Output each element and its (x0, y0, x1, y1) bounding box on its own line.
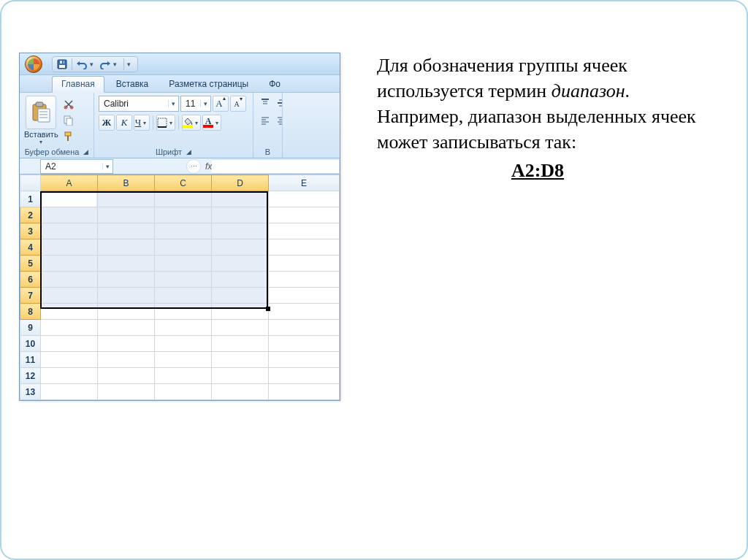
cell[interactable] (155, 352, 212, 368)
cell[interactable] (155, 368, 212, 384)
clipboard-dialog-launcher-icon[interactable]: ◢ (83, 148, 88, 156)
cell[interactable] (98, 384, 155, 400)
fill-color-button[interactable]: ▾ (182, 115, 201, 131)
row-header[interactable]: 11 (20, 352, 41, 368)
cell[interactable] (269, 320, 340, 336)
formula-input[interactable] (212, 159, 340, 174)
cell[interactable] (269, 352, 340, 368)
cell[interactable] (269, 191, 340, 207)
format-painter-icon[interactable] (61, 129, 76, 144)
cell[interactable] (155, 223, 212, 239)
cell[interactable] (41, 272, 98, 288)
tab-insert[interactable]: Вставка (107, 77, 158, 92)
chevron-down-icon[interactable]: ▾ (102, 163, 112, 170)
cell[interactable] (41, 239, 98, 256)
cell[interactable] (155, 336, 212, 352)
chevron-down-icon[interactable]: ▾ (193, 120, 200, 126)
cell[interactable] (98, 336, 155, 352)
increase-font-icon[interactable]: A▴ (213, 96, 229, 112)
cell[interactable] (98, 304, 155, 320)
row-header[interactable]: 7 (20, 288, 41, 304)
chevron-down-icon[interactable]: ▾ (200, 100, 210, 107)
row-header[interactable]: 12 (20, 368, 41, 384)
cell[interactable] (98, 368, 155, 384)
redo-icon[interactable] (99, 58, 112, 71)
cell[interactable] (212, 256, 269, 272)
row-header[interactable]: 4 (20, 239, 41, 256)
cell[interactable] (212, 288, 269, 304)
cell[interactable] (155, 288, 212, 304)
cell[interactable] (269, 207, 340, 223)
cell[interactable] (41, 223, 98, 239)
cell[interactable] (212, 384, 269, 400)
cell[interactable] (155, 207, 212, 223)
cell[interactable] (98, 320, 155, 336)
cell[interactable] (212, 239, 269, 256)
cell[interactable] (41, 256, 98, 272)
align-center-icon[interactable] (274, 113, 283, 128)
cell[interactable] (155, 384, 212, 400)
spreadsheet-grid[interactable]: A B C D E 1 2 3 4 5 6 7 (20, 174, 340, 400)
cell[interactable] (41, 320, 98, 336)
col-header[interactable]: A (41, 175, 98, 191)
cut-icon[interactable] (61, 97, 76, 112)
underline-button[interactable]: Ч▾ (134, 115, 150, 131)
cell[interactable] (41, 368, 98, 384)
cell[interactable] (269, 384, 340, 400)
font-color-button[interactable]: A ▾ (202, 115, 221, 131)
cell[interactable] (212, 320, 269, 336)
cell[interactable] (98, 288, 155, 304)
cell[interactable] (269, 239, 340, 256)
cell[interactable] (98, 272, 155, 288)
cell[interactable] (269, 288, 340, 304)
font-size-combo[interactable]: 11 ▾ (180, 96, 211, 112)
chevron-down-icon[interactable]: ▾ (167, 120, 175, 126)
row-header[interactable]: 2 (20, 207, 41, 223)
row-header[interactable]: 8 (20, 304, 41, 320)
cell[interactable] (269, 223, 340, 239)
font-name-combo[interactable]: Calibri ▾ (99, 96, 179, 112)
align-middle-icon[interactable] (274, 96, 283, 110)
cell[interactable] (41, 384, 98, 400)
redo-dropdown-icon[interactable]: ▾ (113, 61, 121, 68)
align-left-icon[interactable] (258, 113, 272, 128)
row-header[interactable]: 1 (20, 191, 41, 207)
cell[interactable] (41, 336, 98, 352)
font-dialog-launcher-icon[interactable]: ◢ (186, 148, 191, 156)
cell[interactable] (212, 207, 269, 223)
col-header[interactable]: C (155, 175, 212, 191)
copy-icon[interactable] (61, 113, 76, 128)
cell[interactable] (212, 336, 269, 352)
cell[interactable] (155, 256, 212, 272)
tab-page-layout[interactable]: Разметка страницы (160, 77, 257, 92)
chevron-down-icon[interactable]: ▾ (141, 120, 148, 126)
cell[interactable] (98, 352, 155, 368)
borders-button[interactable]: ▾ (156, 115, 175, 131)
cell[interactable] (155, 320, 212, 336)
decrease-font-icon[interactable]: A▾ (230, 96, 246, 112)
row-header[interactable]: 3 (20, 223, 41, 239)
fill-handle[interactable] (266, 307, 270, 311)
qat-customize-icon[interactable]: ▾ (127, 61, 134, 68)
align-top-icon[interactable] (258, 96, 272, 110)
cell[interactable] (212, 191, 269, 207)
cell[interactable] (155, 191, 212, 207)
col-header[interactable]: E (269, 175, 340, 191)
cell[interactable] (212, 304, 269, 320)
cell[interactable] (269, 304, 340, 320)
row-header[interactable]: 13 (20, 384, 41, 400)
cell[interactable] (155, 272, 212, 288)
select-all-corner[interactable] (20, 175, 41, 191)
cell[interactable] (269, 272, 340, 288)
cell[interactable] (41, 352, 98, 368)
paste-button[interactable]: Вставить ▾ (24, 96, 58, 145)
chevron-down-icon[interactable]: ▾ (168, 100, 178, 107)
name-box[interactable]: A2 ▾ (40, 159, 113, 174)
cell[interactable] (41, 288, 98, 304)
col-header[interactable]: B (98, 175, 155, 191)
cell[interactable] (212, 368, 269, 384)
italic-button[interactable]: К (116, 115, 132, 131)
fx-icon[interactable]: fx (205, 161, 212, 172)
undo-icon[interactable] (75, 58, 88, 71)
bold-button[interactable]: Ж (99, 115, 115, 131)
